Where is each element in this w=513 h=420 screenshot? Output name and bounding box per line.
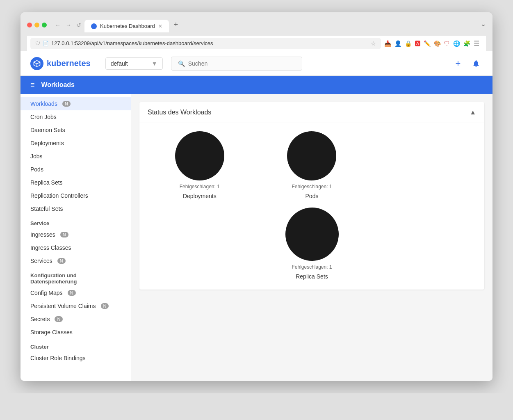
- replication-controllers-label: Replication Controllers: [30, 192, 88, 199]
- bookmark-icon[interactable]: ☆: [371, 40, 376, 47]
- namespace-value: default: [111, 60, 128, 67]
- reload-button[interactable]: ↺: [76, 22, 81, 28]
- ingresses-label: Ingresses: [30, 231, 55, 238]
- config-maps-label: Config Maps: [30, 290, 63, 296]
- minimize-button[interactable]: [34, 23, 39, 27]
- sidebar-item-config-maps[interactable]: Config Maps N: [21, 286, 131, 299]
- toolbar-icon-4[interactable]: A: [415, 41, 420, 46]
- sidebar-item-daemon-sets[interactable]: Daemon Sets: [21, 123, 131, 137]
- sidebar: Workloads N Cron Jobs Daemon Sets Deploy…: [21, 94, 131, 381]
- toolbar-icon-2[interactable]: 👤: [394, 40, 401, 47]
- services-badge: N: [57, 258, 66, 264]
- pods-donut: [287, 131, 336, 180]
- stateful-sets-label: Stateful Sets: [30, 205, 63, 212]
- close-button[interactable]: [27, 23, 32, 27]
- browser-controls: ← → ↺ Kubernetes Dashboard ✕ + ⌄: [27, 17, 486, 32]
- second-row-charts: Fehlgeschlagen: 1 Replica Sets: [139, 208, 484, 290]
- toolbar-icon-8[interactable]: 🌐: [453, 40, 460, 47]
- config-maps-badge: N: [68, 290, 76, 296]
- daemon-sets-label: Daemon Sets: [30, 127, 65, 133]
- pods-donut-inner: [287, 131, 336, 180]
- card-header: Status des Workloads ▲: [139, 102, 484, 123]
- search-bar[interactable]: 🔍: [171, 57, 302, 71]
- replica-sets-donut: [285, 208, 339, 261]
- tab-close-button[interactable]: ✕: [158, 23, 162, 29]
- sidebar-item-cron-jobs[interactable]: Cron Jobs: [21, 110, 131, 123]
- new-tab-button[interactable]: +: [171, 17, 182, 32]
- url-bar[interactable]: 🛡 📄 127.0.0.1:53209/api/v1/namespaces/ku…: [30, 38, 381, 49]
- namespace-dropdown-icon: ▼: [152, 60, 157, 67]
- sidebar-item-services[interactable]: Services N: [21, 254, 131, 267]
- traffic-lights: [27, 23, 47, 27]
- replica-sets-label: Replica Sets: [296, 273, 328, 280]
- sidebar-item-pods[interactable]: Pods: [21, 163, 131, 176]
- toolbar-icon-6[interactable]: 🎨: [434, 40, 441, 47]
- cluster-section-header: Cluster: [21, 339, 131, 352]
- services-label: Services: [30, 258, 52, 264]
- toolbar-icon-7[interactable]: 🛡: [444, 40, 450, 47]
- tab-favicon: [91, 23, 97, 29]
- pvc-badge: N: [101, 303, 109, 309]
- notifications-button[interactable]: [470, 57, 483, 70]
- toolbar-icon-1[interactable]: 📥: [384, 40, 391, 47]
- browser-nav: ← → ↺: [55, 22, 81, 28]
- sidebar-item-ingress-classes[interactable]: Ingress Classes: [21, 241, 131, 254]
- security-icon: 🛡: [35, 41, 40, 46]
- sidebar-item-stateful-sets[interactable]: Stateful Sets: [21, 202, 131, 215]
- replica-sets-donut-inner: [285, 208, 339, 261]
- k8s-logo-icon: [30, 57, 43, 70]
- sidebar-item-replication-controllers[interactable]: Replication Controllers: [21, 189, 131, 202]
- storage-classes-label: Storage Classes: [30, 329, 73, 336]
- replica-sets-chart-item: Fehlgeschlagen: 1 Replica Sets: [285, 208, 339, 280]
- pods-status: Fehlgeschlagen: 1: [292, 184, 332, 189]
- deployments-status: Fehlgeschlagen: 1: [180, 184, 220, 189]
- menu-hamburger-icon[interactable]: ≡: [30, 81, 35, 89]
- namespace-selector[interactable]: default ▼: [105, 57, 163, 70]
- jobs-label: Jobs: [30, 153, 43, 160]
- app-container: kubernetes default ▼ 🔍 + ≡ Workloads: [21, 51, 492, 381]
- toolbar-menu[interactable]: ☰: [474, 39, 479, 47]
- main-content: Status des Workloads ▲ Fehlgeschlagen: 1…: [131, 94, 492, 381]
- sidebar-item-replica-sets[interactable]: Replica Sets: [21, 176, 131, 189]
- toolbar-icon-9[interactable]: 🧩: [463, 40, 470, 47]
- ingresses-badge: N: [60, 232, 68, 237]
- collapse-button[interactable]: ▲: [470, 109, 476, 116]
- ingress-classes-label: Ingress Classes: [30, 244, 71, 251]
- main-layout: Workloads N Cron Jobs Daemon Sets Deploy…: [21, 94, 492, 381]
- active-tab[interactable]: Kubernetes Dashboard ✕: [84, 20, 169, 32]
- charts-grid: Fehlgeschlagen: 1 Deployments Fehlgeschl…: [139, 123, 484, 208]
- url-text: 127.0.0.1:53209/api/v1/namespaces/kubern…: [51, 40, 368, 46]
- forward-button[interactable]: →: [66, 22, 71, 28]
- nav-title: Workloads: [41, 81, 75, 89]
- secrets-label: Secrets: [30, 316, 50, 322]
- pvc-label: Persistent Volume Claims: [30, 303, 96, 309]
- deployments-label: Deployments: [183, 193, 217, 199]
- toolbar-icon-5[interactable]: ✏️: [424, 40, 431, 47]
- back-button[interactable]: ←: [55, 22, 61, 28]
- address-bar: 🛡 📄 127.0.0.1:53209/api/v1/namespaces/ku…: [27, 36, 486, 51]
- sidebar-item-pvc[interactable]: Persistent Volume Claims N: [21, 299, 131, 313]
- secrets-badge: N: [55, 316, 63, 322]
- search-icon: 🔍: [178, 60, 185, 67]
- sidebar-item-cluster-role-bindings[interactable]: Cluster Role Bindings: [21, 352, 131, 365]
- sidebar-item-storage-classes[interactable]: Storage Classes: [21, 326, 131, 339]
- browser-menu-icon[interactable]: ⌄: [481, 20, 486, 28]
- sidebar-item-jobs[interactable]: Jobs: [21, 150, 131, 163]
- workloads-label: Workloads: [30, 100, 57, 107]
- replica-sets-status: Fehlgeschlagen: 1: [292, 264, 332, 270]
- sidebar-item-ingresses[interactable]: Ingresses N: [21, 228, 131, 241]
- search-input[interactable]: [188, 60, 295, 67]
- logo-text: kubernetes: [47, 59, 91, 68]
- browser-window: ← → ↺ Kubernetes Dashboard ✕ + ⌄ 🛡 📄: [21, 12, 492, 381]
- sidebar-item-deployments[interactable]: Deployments: [21, 137, 131, 150]
- browser-titlebar: ← → ↺ Kubernetes Dashboard ✕ + ⌄ 🛡 📄: [21, 12, 492, 51]
- maximize-button[interactable]: [42, 23, 47, 27]
- sidebar-item-secrets[interactable]: Secrets N: [21, 313, 131, 326]
- pods-label: Pods: [30, 166, 43, 173]
- add-button[interactable]: +: [451, 57, 465, 70]
- pods-chart: Fehlgeschlagen: 1 Pods: [260, 131, 364, 199]
- deployments-donut-inner: [175, 131, 224, 180]
- sidebar-item-workloads[interactable]: Workloads N: [21, 97, 131, 110]
- toolbar-icon-3[interactable]: 🔒: [405, 40, 412, 47]
- browser-toolbar-icons: 📥 👤 🔒 A ✏️ 🎨 🛡 🌐 🧩 ☰: [384, 39, 479, 47]
